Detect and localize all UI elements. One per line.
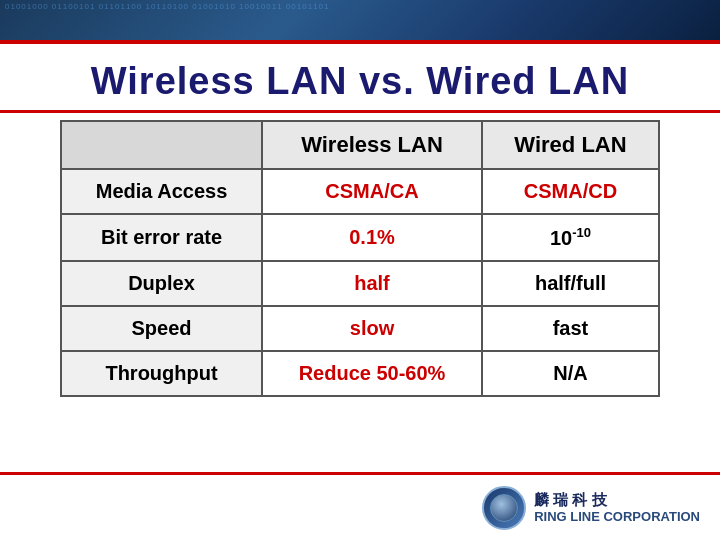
comparison-table-container: Wireless LAN Wired LAN Media Access CSMA… [60,120,660,460]
header-bar [0,0,720,40]
bottom-red-line [0,472,720,475]
logo-area: 麟 瑞 科 技 RING LINE CORPORATION [482,486,700,530]
val-slow: slow [350,317,394,339]
row-wireless-speed: slow [262,306,482,351]
row-wireless-throughput: Reduce 50-60% [262,351,482,396]
val-half: half [354,272,390,294]
row-wireless-duplex: half [262,261,482,306]
row-wired-throughput: N/A [482,351,659,396]
row-wired-bit-error: 10-10 [482,214,659,261]
row-wireless-media-access: CSMA/CA [262,169,482,214]
val-csma-cd: CSMA/CD [524,180,617,202]
company-name-en: RING LINE CORPORATION [534,509,700,526]
company-logo [482,486,526,530]
header-red-line [0,40,720,44]
header-col2: Wired LAN [482,121,659,169]
comparison-table: Wireless LAN Wired LAN Media Access CSMA… [60,120,660,397]
logo-inner [490,494,518,522]
table-row: Media Access CSMA/CA CSMA/CD [61,169,659,214]
header-col0 [61,121,262,169]
table-row: Bit error rate 0.1% 10-10 [61,214,659,261]
title-underline [0,110,720,113]
table-header-row: Wireless LAN Wired LAN [61,121,659,169]
row-wireless-bit-error: 0.1% [262,214,482,261]
row-wired-media-access: CSMA/CD [482,169,659,214]
row-wired-duplex: half/full [482,261,659,306]
row-label-duplex: Duplex [61,261,262,306]
val-bit-wired: 10-10 [550,227,591,249]
page-title: Wireless LAN vs. Wired LAN [91,60,629,103]
val-reduce: Reduce 50-60% [299,362,446,384]
row-label-speed: Speed [61,306,262,351]
title-area: Wireless LAN vs. Wired LAN [0,50,720,111]
row-label-throughput: Throughput [61,351,262,396]
row-label-bit-error: Bit error rate [61,214,262,261]
table-row: Duplex half half/full [61,261,659,306]
val-csma-ca: CSMA/CA [325,180,418,202]
row-wired-speed: fast [482,306,659,351]
val-halffull: half/full [535,272,606,294]
val-bit-wireless: 0.1% [349,226,395,248]
header-col1: Wireless LAN [262,121,482,169]
table-row: Throughput Reduce 50-60% N/A [61,351,659,396]
table-row: Speed slow fast [61,306,659,351]
company-name-zh: 麟 瑞 科 技 [534,490,700,510]
val-fast: fast [553,317,589,339]
company-name: 麟 瑞 科 技 RING LINE CORPORATION [534,490,700,526]
row-label-media-access: Media Access [61,169,262,214]
val-na: N/A [553,362,587,384]
